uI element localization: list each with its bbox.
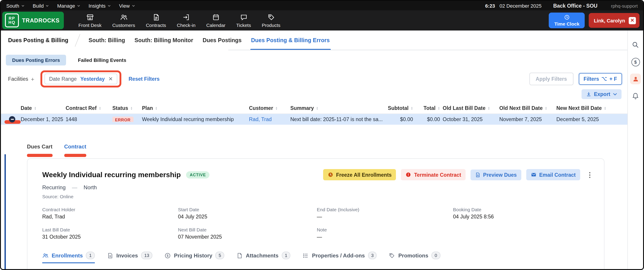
sort-icon[interactable] [488,106,490,110]
tab-label: Properties / Add-ons [312,252,365,259]
subtab-dues-posting-errors[interactable]: Dues Posting Errors [6,55,66,65]
cell-customer: Rad, Trad [249,117,290,122]
column-header-old-next-bill-date[interactable]: Old Next Bill Date [499,105,556,111]
menu-south[interactable]: South [6,3,25,8]
brand-logo[interactable]: RPHQ TRADROCKS [2,12,64,29]
column-label: Summary [290,105,314,111]
sort-icon[interactable] [316,106,318,110]
column-header-old-last-bill-date[interactable]: Old Last Bill Date [443,105,499,111]
sort-icon[interactable] [130,106,132,110]
search-icon[interactable] [630,39,641,50]
chip-label: Date Range [49,76,77,82]
remove-filter-x-icon[interactable]: ✕ [108,76,113,82]
customer-profile-icon[interactable] [630,74,641,84]
dollar-circle-glyph: $ [631,58,640,66]
cell-new-next-bill-date: December 5, 2025 [556,117,614,122]
tabs-bottom-border [228,50,627,50]
tab-attachments[interactable]: Attachments 1 [236,252,290,263]
preview-dues-button[interactable]: Preview Dues [470,169,521,180]
sort-icon[interactable] [34,106,36,110]
nav-front-desk[interactable]: Front Desk [74,11,106,29]
column-header-contract-ref[interactable]: Contract Ref [66,105,112,111]
tab-dues-cart[interactable]: Dues Cart [27,143,52,151]
document-icon [107,252,113,259]
menu-manage[interactable]: Manage [57,3,80,8]
column-label: Old Next Bill Date [499,105,543,111]
tag-icon [389,252,395,259]
current-user-button[interactable]: Link, Carolyn ✕ [589,13,640,28]
column-header-summary[interactable]: Summary [290,105,382,111]
sort-icon[interactable] [411,106,413,110]
sort-icon[interactable] [545,106,547,110]
contract-holder-link[interactable]: Rad, Trad [42,214,178,219]
field-value: 31 October 2025 [42,234,178,240]
check-in-icon [182,13,190,21]
breadcrumb[interactable]: Dues Posting & Billing [8,37,68,43]
cell-old-last-bill-date: October 31, 2025 [443,117,499,122]
tab-label: Promotions [398,252,428,259]
export-button[interactable]: Export [581,89,622,99]
cell-contract-ref: 1448 [66,117,112,122]
tab-list: South: Billing South: Billing Monitor Du… [88,30,330,50]
column-header-date[interactable]: Date [21,105,66,111]
tab-south-billing[interactable]: South: Billing [88,30,125,50]
nav-calendar[interactable]: Calendar [202,11,230,29]
field-value: 04 July 2025 8:56 [453,214,595,219]
nav-contracts[interactable]: Contracts [141,11,170,29]
terminate-contract-button[interactable]: Terminate Contract [401,169,466,180]
tab-dues-posting-billing-errors[interactable]: Dues Posting & Billing Errors [251,30,330,50]
billing-dollar-icon[interactable]: $ [630,56,641,67]
reset-filters-link[interactable]: Reset Filters [128,76,160,82]
tab-dues-postings[interactable]: Dues Postings [203,30,242,50]
email-contract-button[interactable]: Email Contract [526,169,580,180]
more-actions-kebab-icon[interactable]: ⋮ [585,171,595,179]
tab-pricing-history[interactable]: $ Pricing History 5 [164,252,224,263]
table-row[interactable]: December 1, 2025 1448 ERROR Weekly Indiv… [1,114,627,125]
tab-properties-addons[interactable]: Properties / Add-ons 3 [303,252,377,263]
subtab-failed-billing-events[interactable]: Failed Billing Events [77,55,127,65]
column-header-status[interactable]: Status [112,105,142,111]
facilities-filter-button[interactable]: Facilities + [8,76,34,82]
contract-subtitle: Recurring — North [42,184,604,191]
sort-icon[interactable] [438,106,440,110]
tab-enrollments[interactable]: Enrollments 1 [42,252,95,263]
column-header-subtotal[interactable]: Subtotal [382,105,416,111]
menu-label: Build [33,3,44,8]
menu-label: Insights [88,3,106,8]
sub-tabs: Dues Posting Errors Failed Billing Event… [6,55,627,65]
nav-customers[interactable]: Customers [108,11,140,29]
sort-icon[interactable] [155,106,158,110]
tab-south-billing-monitor[interactable]: South: Billing Monitor [134,30,193,50]
column-header-plan[interactable]: Plan [142,105,249,111]
time-clock-button[interactable]: Time Clock [549,12,585,28]
menu-insights[interactable]: Insights [88,3,111,8]
nav-check-in[interactable]: Check-in [172,11,200,29]
column-header-total[interactable]: Total [416,105,443,111]
customer-link[interactable]: Rad, Trad [249,117,272,122]
apply-filters-button[interactable]: Apply Filters [530,73,573,85]
sort-icon[interactable] [275,106,278,110]
count-badge: 1 [86,252,95,260]
nav-products[interactable]: Products [257,11,285,29]
document-icon [152,13,160,21]
tab-promotions[interactable]: Promotions 0 [389,252,440,263]
collapse-row-button[interactable] [9,116,15,123]
sort-icon[interactable] [99,106,101,110]
tab-invoices[interactable]: Invoices 13 [107,252,152,263]
chip-value: Yesterday [80,76,105,82]
sort-icon[interactable] [604,106,606,110]
option-key-icon [601,77,607,81]
menu-build[interactable]: Build [33,3,49,8]
freeze-all-enrollments-button[interactable]: Freeze All Enrollments [323,169,396,180]
column-header-new-next-bill-date[interactable]: New Next Bill Date [556,105,614,111]
tab-contract[interactable]: Contract [64,143,86,151]
notifications-bell-icon[interactable] [630,91,641,101]
menu-view[interactable]: View [119,3,135,8]
date-range-chip[interactable]: Date Range Yesterday ✕ [45,74,118,84]
filters-button[interactable]: Filters + F [578,73,622,85]
logout-x-icon[interactable]: ✕ [629,17,636,24]
column-header-customer[interactable]: Customer [249,105,290,111]
field-booking-date: Booking Date 04 July 2025 8:56 [453,207,595,219]
nav-tickets[interactable]: Tickets [232,11,256,29]
column-label: Plan [142,105,153,111]
